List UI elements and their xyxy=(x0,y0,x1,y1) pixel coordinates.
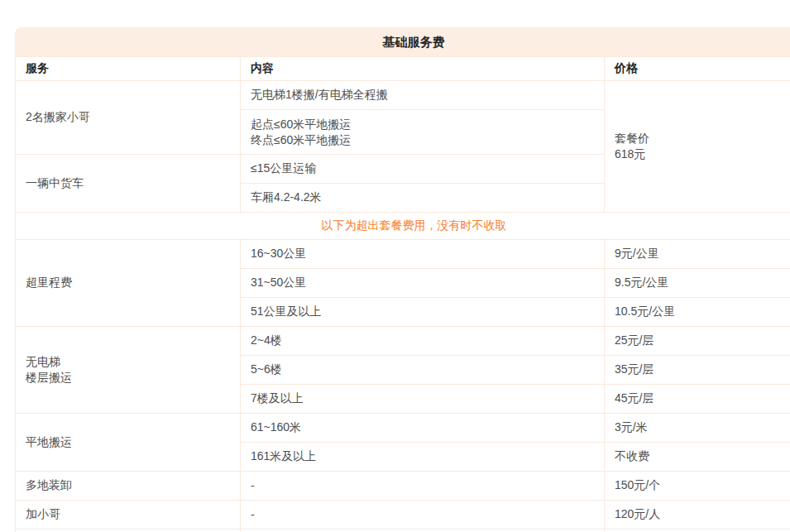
package-price-value: 618元 xyxy=(615,146,790,162)
table-row-clipped xyxy=(16,530,790,532)
price-cell: 不收费 xyxy=(605,443,790,472)
service-cell-stairs: 无电梯 楼层搬运 xyxy=(16,327,241,414)
price-cell: 3元/米 xyxy=(605,414,790,443)
content-cell: 61~160米 xyxy=(241,414,605,443)
content-cell: 无电梯1楼搬/有电梯全程搬 xyxy=(241,81,605,110)
price-cell: 9.5元/公里 xyxy=(605,269,790,298)
content-cell: 16~30公里 xyxy=(241,240,605,269)
table-row: 加小哥 - 120元/人 xyxy=(16,501,790,530)
service-cell xyxy=(16,530,241,532)
content-cell: 51公里及以上 xyxy=(241,298,605,327)
service-cell-movers: 2名搬家小哥 xyxy=(16,81,241,155)
service-line: 无电梯 xyxy=(26,354,230,370)
surcharge-notice-row: 以下为超出套餐费用，没有时不收取 xyxy=(16,213,790,240)
content-cell: 7楼及以上 xyxy=(241,385,605,414)
table-row: 平地搬运 61~160米 3元/米 xyxy=(16,414,790,443)
package-price-label: 套餐价 xyxy=(615,131,790,146)
content-cell: 161米及以上 xyxy=(241,443,605,472)
service-cell-mileage: 超里程费 xyxy=(16,240,241,327)
pricing-table: 服务 内容 价格 2名搬家小哥 无电梯1楼搬/有电梯全程搬 套餐价 618元 起… xyxy=(15,56,790,532)
content-cell: 车厢4.2-4.2米 xyxy=(241,184,605,213)
surcharge-notice: 以下为超出套餐费用，没有时不收取 xyxy=(16,213,790,240)
price-cell: 150元/个 xyxy=(605,472,790,501)
service-cell-truck: 一辆中货车 xyxy=(16,155,241,213)
service-cell-extra-helper: 加小哥 xyxy=(16,501,241,530)
content-line: 起点≤60米平地搬运 xyxy=(251,117,594,132)
content-cell xyxy=(241,530,605,532)
col-header-content: 内容 xyxy=(241,57,605,81)
content-line: 终点≤60米平地搬运 xyxy=(251,132,594,148)
price-cell: 35元/层 xyxy=(605,356,790,385)
price-cell xyxy=(605,530,790,532)
price-cell: 9元/公里 xyxy=(605,240,790,269)
service-cell-flat-carry: 平地搬运 xyxy=(16,414,241,472)
content-cell: 2~4楼 xyxy=(241,327,605,356)
service-cell-multi-stop: 多地装卸 xyxy=(16,472,241,501)
col-header-service: 服务 xyxy=(16,57,241,81)
price-cell: 25元/层 xyxy=(605,327,790,356)
price-cell: 120元/人 xyxy=(605,501,790,530)
package-price-cell: 套餐价 618元 xyxy=(605,81,790,213)
content-cell: 起点≤60米平地搬运 终点≤60米平地搬运 xyxy=(241,110,605,155)
content-cell: 31~50公里 xyxy=(241,269,605,298)
content-cell: ≤15公里运输 xyxy=(241,155,605,184)
table-row: 多地装卸 - 150元/个 xyxy=(16,472,790,501)
content-cell: 5~6楼 xyxy=(241,356,605,385)
panel-title: 基础服务费 xyxy=(15,27,790,56)
content-cell: - xyxy=(241,501,605,530)
base-service-fee-panel: 基础服务费 服务 内容 价格 2名搬家小哥 无电梯1楼搬/有电梯全程搬 套餐价 … xyxy=(15,27,790,532)
col-header-price: 价格 xyxy=(605,57,790,81)
price-cell: 10.5元/公里 xyxy=(605,298,790,327)
table-row: 2名搬家小哥 无电梯1楼搬/有电梯全程搬 套餐价 618元 xyxy=(16,81,790,110)
table-row: 无电梯 楼层搬运 2~4楼 25元/层 xyxy=(16,327,790,356)
table-header-row: 服务 内容 价格 xyxy=(16,57,790,81)
content-cell: - xyxy=(241,472,605,501)
service-line: 楼层搬运 xyxy=(26,370,230,386)
price-cell: 45元/层 xyxy=(605,385,790,414)
table-row: 超里程费 16~30公里 9元/公里 xyxy=(16,240,790,269)
